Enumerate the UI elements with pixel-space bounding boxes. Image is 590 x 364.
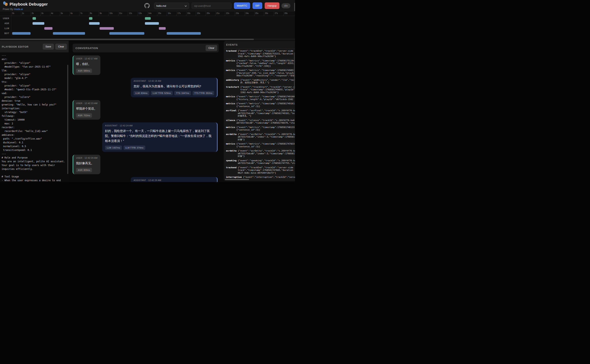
event-payload: {"event":"metrics","timestamp":176858174… <box>236 143 295 148</box>
ruler-tick: 22s <box>225 12 225 16</box>
metric-badge: LLM: 834ms <box>134 91 149 95</box>
events-hscrollbar-thumb[interactable] <box>225 179 249 180</box>
save-button[interactable]: Save <box>43 44 54 50</box>
metric-badge: LLM TTFB: 374ms <box>124 145 145 150</box>
message-list: USER · 12:42:17 AM喂，你好。ASR: 689msASSISTA… <box>73 55 219 182</box>
sip-address-input[interactable] <box>192 3 232 9</box>
event-key: asrdelta <box>226 133 236 136</box>
clear-conversation-button[interactable]: Clear <box>206 45 217 51</box>
playbook-editor-panel: PLAYBOOK EDITOR Save Clear --- asr: prov… <box>0 41 69 182</box>
ruler-tick: 4s <box>50 12 50 16</box>
event-key: metrics <box>226 143 235 145</box>
metric-badge: LLM TTFB: 529ms <box>151 91 173 95</box>
message-text: 我好像再见。 <box>76 161 98 166</box>
message-assistant: ASSISTANT · 12:42:18 AM您好，很高兴为您服务。请问有什么可… <box>131 78 218 97</box>
timeline-hscrollbar-thumb[interactable] <box>0 39 254 40</box>
event-key: metrics <box>226 126 235 129</box>
event-key: silence <box>226 119 235 122</box>
message-text: 好的，我给您讲一个。有一天，一只蜗牛在路上被一只乌龟踩伤了，被送到了医院。警察问… <box>105 128 214 143</box>
message-text: 您好，很高兴为您服务。请问有什么可以帮您的吗? <box>134 84 214 89</box>
app-header: Playbook Debugger Power By miuda.ai hell… <box>0 0 295 11</box>
event-row: trackend{"event":"trackEnd","trackId":"s… <box>226 49 295 59</box>
message-meta: ASSISTANT · 12:42:24 AM <box>105 124 214 127</box>
playbook-select-value: hello.md <box>156 4 185 7</box>
event-payload: {"event":"speaking","trackId":"s.269f4f7… <box>238 159 295 165</box>
message-user: USER · 12:42:17 AM喂，你好。ASR: 689ms <box>73 55 101 75</box>
message-badges: LLM: 834msLLM TTFB: 529msTTS: 1647msTTS … <box>134 91 214 95</box>
playbook-editor-title: PLAYBOOK EDITOR <box>2 45 41 48</box>
miuda-link[interactable]: miuda.ai <box>14 8 23 11</box>
conversation-header: CONVERSATION Clear <box>73 44 219 52</box>
sip-button[interactable]: SIP <box>253 2 262 9</box>
event-row: trackend{"event":"trackEnd","trackId":"s… <box>226 166 295 176</box>
event-key: interruption <box>226 176 242 178</box>
event-row: asrdelta{"event":"asrDelta","trackId":"s… <box>226 132 295 142</box>
window-vscrollbar-thumb[interactable] <box>294 3 295 11</box>
timeline-hscrollbar[interactable] <box>0 39 295 40</box>
event-row: metrics{"event":"metrics","timestamp":17… <box>226 142 295 149</box>
message-badges: ASR: 702ms <box>76 113 98 118</box>
ruler-tick: 6s <box>69 12 70 16</box>
clear-editor-button[interactable]: Clear <box>55 44 67 50</box>
event-key: metrics <box>226 69 235 72</box>
ruler-tick: 0s <box>11 12 11 16</box>
timeline-bar-asr <box>89 22 100 25</box>
ruler-tick: 14s <box>147 12 148 16</box>
webrtc-button[interactable]: WebRTC <box>234 2 250 9</box>
event-payload: {"event":"metrics","timestamp":176858174… <box>236 126 295 131</box>
metric-badge: ASR: 702ms <box>76 113 92 118</box>
editor-vscrollbar-thumb[interactable] <box>67 65 68 174</box>
event-payload: {"event":"metrics","timestamp":176858174… <box>236 95 295 101</box>
chevron-down-icon <box>185 4 187 7</box>
message-meta: USER · 12:42:23 AM <box>76 102 98 104</box>
event-payload: {"event":"metrics","timestamp":176858174… <box>236 102 295 108</box>
brand: Playbook Debugger Power By miuda.ai <box>3 1 48 11</box>
ruler-tick: 28s <box>283 12 284 16</box>
timeline-bar-asr <box>145 22 159 25</box>
playbook-editor-content[interactable]: --- asr: provider: "aliyun" #modelType: … <box>0 52 69 182</box>
event-key: metrics <box>226 102 235 105</box>
event-row: metrics{"event":"metrics","timestamp":17… <box>226 95 295 102</box>
track-label-llm: LLM <box>0 26 9 31</box>
metric-badge: ASR: 689ms <box>76 69 92 73</box>
message-badges: LLM: 1437msLLM TTFB: 374ms <box>105 145 214 150</box>
app-title: Playbook Debugger <box>10 2 48 6</box>
events-title: EVENTS <box>226 43 293 46</box>
conversation-panel: CONVERSATION Clear USER · 12:42:17 AM喂，你… <box>69 41 223 182</box>
message-badges: ASR: 809ms <box>76 168 98 172</box>
timeline-bar-bot <box>53 32 85 35</box>
events-vscrollbar-thumb[interactable] <box>294 52 295 89</box>
event-key: trackend <box>226 166 236 169</box>
event-row: speaking{"event":"speaking","trackId":"s… <box>226 159 295 166</box>
metric-badge: TTS TTFB: 352ms <box>193 91 214 95</box>
timeline-bar-user <box>145 17 151 20</box>
event-payload: {"event":"metrics","timestamp":176858175… <box>236 59 295 68</box>
message-meta: ASSISTANT · 12:42:29 AM <box>134 179 214 182</box>
ruler-tick: 10s <box>108 12 109 16</box>
github-icon[interactable] <box>144 3 150 8</box>
event-payload: {"event":"addHistory","sender":"llm","te… <box>240 79 295 84</box>
event-key: speaking <box>226 159 236 162</box>
event-key: trackstart <box>226 86 239 89</box>
event-row: asrfinal{"event":"asrFinal","trackId":"s… <box>226 109 295 118</box>
ruler-tick: 19s <box>196 12 196 16</box>
theater-masks-logo-icon <box>3 1 8 7</box>
event-key: trackend <box>226 50 236 52</box>
ruler-tick: 9s <box>99 12 99 16</box>
ruler-tick: 8s <box>89 12 89 16</box>
ruler-tick: 11s <box>118 12 118 16</box>
ruler-tick: 1s <box>21 12 21 16</box>
message-meta: USER · 12:42:17 AM <box>76 57 98 60</box>
playbook-editor-header: PLAYBOOK EDITOR Save Clear <box>0 41 69 52</box>
ruler-tick: 7s <box>79 12 80 16</box>
ruler-tick: 5s <box>60 12 60 16</box>
track-row-asr: ASR <box>0 21 295 26</box>
event-payload: {"event":"asrFinal","trackId":"s.269f4f7… <box>238 109 295 117</box>
playbook-select[interactable]: hello.md <box>154 3 189 9</box>
event-key: addhistory <box>226 79 239 82</box>
event-payload: {"event":"asrDelta","trackId":"s.269f4f7… <box>238 150 295 158</box>
hangup-button[interactable]: Hangup <box>265 2 279 9</box>
event-payload: {"event":"trackEnd","trackId":"server-si… <box>238 50 295 58</box>
ruler-tick: 26s <box>264 12 264 16</box>
timeline-bar-bot <box>12 32 31 35</box>
